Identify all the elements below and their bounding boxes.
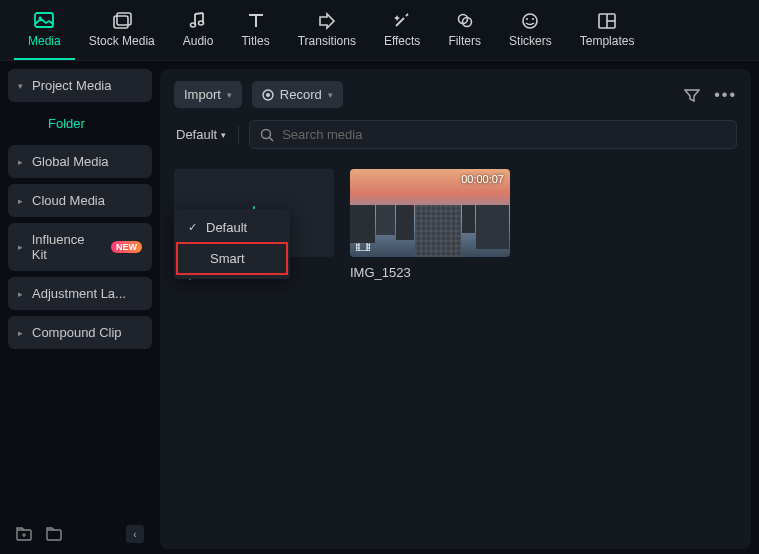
nav-label: Stock Media: [89, 34, 155, 48]
sidebar-item-label: Influence Kit: [32, 232, 101, 262]
nav-stock-media[interactable]: Stock Media: [75, 8, 169, 60]
chevron-down-icon: ▾: [221, 130, 226, 140]
filters-icon: [455, 12, 475, 30]
check-icon: ✓: [188, 221, 198, 234]
media-card[interactable]: 00:00:07 IMG_1523: [350, 169, 510, 280]
nav-label: Transitions: [298, 34, 356, 48]
sidebar-item-label: Compound Clip: [32, 325, 122, 340]
sidebar-bottom: ‹: [8, 519, 152, 549]
dropdown-option-default[interactable]: ✓ Default: [174, 213, 290, 242]
nav-transitions[interactable]: Transitions: [284, 8, 370, 60]
chevron-down-icon: ▾: [18, 81, 26, 91]
nav-stickers[interactable]: Stickers: [495, 8, 566, 60]
sort-dropdown[interactable]: Default ▾: [174, 123, 228, 146]
chevron-right-icon: ▸: [18, 242, 26, 252]
sidebar-item-adjustment-layer[interactable]: ▸ Adjustment La...: [8, 277, 152, 310]
nav-effects[interactable]: Effects: [370, 8, 434, 60]
search-icon: [260, 128, 274, 142]
svg-point-17: [266, 93, 270, 97]
sidebar-item-label: Cloud Media: [32, 193, 105, 208]
sidebar-item-label: Project Media: [32, 78, 111, 93]
stock-media-icon: [112, 12, 132, 30]
sidebar-item-global-media[interactable]: ▸ Global Media: [8, 145, 152, 178]
svg-line-19: [270, 137, 274, 141]
nav-label: Titles: [241, 34, 269, 48]
thumbnail-image: [350, 205, 510, 257]
sidebar: ▾ Project Media Folder ▸ Global Media ▸ …: [0, 61, 160, 554]
svg-point-9: [526, 18, 528, 20]
sort-dropdown-menu: ✓ Default Smart: [174, 209, 290, 279]
more-icon[interactable]: •••: [714, 86, 737, 104]
nav-label: Effects: [384, 34, 420, 48]
sidebar-item-label: Global Media: [32, 154, 109, 169]
chevron-down-icon: ▾: [227, 90, 232, 100]
nav-audio[interactable]: Audio: [169, 8, 228, 60]
content-panel: Import ▾ Record ▾ ••• Default ▾: [160, 69, 751, 549]
svg-rect-3: [117, 13, 131, 25]
nav-label: Templates: [580, 34, 635, 48]
duration-label: 00:00:07: [461, 173, 504, 185]
nav-titles[interactable]: Titles: [227, 8, 283, 60]
search-wrap: [249, 120, 737, 149]
button-label: Import: [184, 87, 221, 102]
import-button[interactable]: Import ▾: [174, 81, 242, 108]
chevron-right-icon: ▸: [18, 157, 26, 167]
chevron-right-icon: ▸: [18, 196, 26, 206]
templates-icon: [597, 12, 617, 30]
sidebar-item-cloud-media[interactable]: ▸ Cloud Media: [8, 184, 152, 217]
svg-point-4: [191, 23, 196, 27]
filter-icon[interactable]: [684, 88, 700, 102]
sidebar-sub-folder[interactable]: Folder: [8, 108, 152, 139]
svg-rect-2: [114, 16, 128, 28]
svg-point-8: [523, 14, 537, 28]
chevron-down-icon: ▾: [328, 90, 333, 100]
nav-label: Stickers: [509, 34, 552, 48]
titles-icon: [246, 12, 266, 30]
dropdown-option-smart[interactable]: Smart: [176, 242, 288, 275]
nav-label: Media: [28, 34, 61, 48]
sidebar-item-influence-kit[interactable]: ▸ Influence Kit NEW: [8, 223, 152, 271]
card-label: IMG_1523: [350, 265, 510, 280]
media-thumb: 00:00:07: [350, 169, 510, 257]
stickers-icon: [520, 12, 540, 30]
nav-label: Filters: [448, 34, 481, 48]
option-label: Smart: [210, 251, 245, 266]
toolbar-right: •••: [684, 86, 737, 104]
chevron-right-icon: ▸: [18, 328, 26, 338]
folder-icon[interactable]: [46, 527, 62, 541]
content-toolbar: Import ▾ Record ▾ •••: [160, 69, 751, 120]
collapse-sidebar-button[interactable]: ‹: [126, 525, 144, 543]
new-badge: NEW: [111, 241, 142, 253]
main-area: ▾ Project Media Folder ▸ Global Media ▸ …: [0, 61, 759, 554]
sort-label: Default: [176, 127, 217, 142]
svg-point-18: [262, 129, 271, 138]
svg-point-10: [532, 18, 534, 20]
record-icon: [262, 89, 274, 101]
nav-filters[interactable]: Filters: [434, 8, 495, 60]
new-folder-icon[interactable]: [16, 527, 32, 541]
effects-icon: [392, 12, 412, 30]
record-button[interactable]: Record ▾: [252, 81, 343, 108]
filter-bar: Default ▾: [160, 120, 751, 159]
media-icon: [34, 12, 54, 30]
svg-rect-15: [47, 530, 61, 540]
chevron-right-icon: ▸: [18, 289, 26, 299]
nav-media[interactable]: Media: [14, 8, 75, 60]
transitions-icon: [317, 12, 337, 30]
divider: [238, 126, 239, 144]
search-input[interactable]: [282, 127, 726, 142]
sidebar-item-label: Adjustment La...: [32, 286, 126, 301]
option-label: Default: [206, 220, 247, 235]
audio-icon: [188, 12, 208, 30]
top-navigation: Media Stock Media Audio Titles Transitio…: [0, 0, 759, 61]
svg-point-5: [199, 21, 204, 25]
sidebar-item-compound-clip[interactable]: ▸ Compound Clip: [8, 316, 152, 349]
button-label: Record: [280, 87, 322, 102]
nav-templates[interactable]: Templates: [566, 8, 649, 60]
nav-label: Audio: [183, 34, 214, 48]
svg-rect-0: [35, 13, 53, 27]
sidebar-item-project-media[interactable]: ▾ Project Media: [8, 69, 152, 102]
